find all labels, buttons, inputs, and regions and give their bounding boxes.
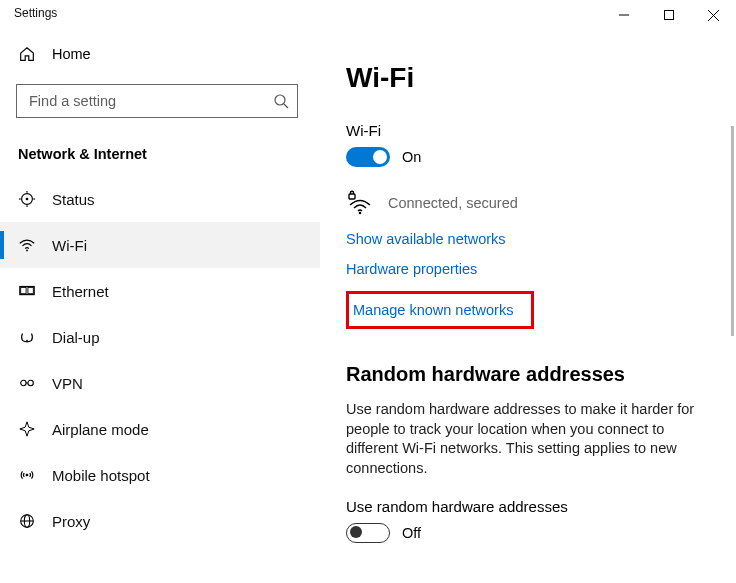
hotspot-icon xyxy=(18,466,46,484)
search-box[interactable] xyxy=(16,84,298,118)
svg-point-17 xyxy=(21,380,26,385)
svg-point-18 xyxy=(28,380,33,385)
show-available-link[interactable]: Show available networks xyxy=(346,231,506,247)
sidebar-item-ethernet[interactable]: Ethernet xyxy=(0,268,320,314)
sidebar-item-status[interactable]: Status xyxy=(0,176,320,222)
hardware-properties-link[interactable]: Hardware properties xyxy=(346,261,477,277)
random-toggle-label: Use random hardware addresses xyxy=(346,498,720,515)
random-addresses-description: Use random hardware addresses to make it… xyxy=(346,400,706,478)
svg-point-7 xyxy=(26,198,29,201)
proxy-icon xyxy=(18,512,46,530)
minimize-button[interactable] xyxy=(601,0,646,30)
svg-point-16 xyxy=(26,340,28,342)
wifi-label: Wi-Fi xyxy=(346,122,720,139)
home-icon xyxy=(18,45,46,63)
svg-point-24 xyxy=(359,212,362,215)
vpn-icon xyxy=(18,374,46,392)
sidebar-item-proxy[interactable]: Proxy xyxy=(0,498,320,544)
svg-rect-1 xyxy=(664,11,673,20)
sidebar-item-hotspot[interactable]: Mobile hotspot xyxy=(0,452,320,498)
wifi-secured-icon xyxy=(346,189,374,217)
window-title: Settings xyxy=(14,6,57,20)
manage-known-networks-link[interactable]: Manage known networks xyxy=(353,302,513,318)
svg-line-5 xyxy=(284,104,288,108)
search-input[interactable] xyxy=(27,92,273,110)
maximize-button[interactable] xyxy=(646,0,691,30)
home-label: Home xyxy=(52,46,91,62)
titlebar: Settings xyxy=(0,0,736,32)
ethernet-icon xyxy=(18,282,46,300)
scrollbar[interactable] xyxy=(731,126,734,336)
svg-rect-14 xyxy=(21,287,26,293)
sidebar-item-wifi[interactable]: Wi-Fi xyxy=(0,222,320,268)
svg-rect-25 xyxy=(349,194,355,199)
svg-point-12 xyxy=(26,250,28,252)
search-icon xyxy=(273,93,289,109)
sidebar-item-label: Proxy xyxy=(52,513,90,530)
wifi-icon xyxy=(18,236,46,254)
home-nav[interactable]: Home xyxy=(0,32,320,76)
category-header: Network & Internet xyxy=(0,128,320,176)
sidebar-item-label: Ethernet xyxy=(52,283,109,300)
sidebar-item-label: Dial-up xyxy=(52,329,100,346)
sidebar-item-label: VPN xyxy=(52,375,83,392)
airplane-icon xyxy=(18,420,46,438)
page-title: Wi-Fi xyxy=(346,62,720,94)
random-addresses-toggle[interactable] xyxy=(346,523,390,543)
wifi-toggle[interactable] xyxy=(346,147,390,167)
sidebar: Home Network & Internet Status Wi-Fi xyxy=(0,32,320,583)
sidebar-item-dialup[interactable]: Dial-up xyxy=(0,314,320,360)
svg-rect-15 xyxy=(28,287,33,293)
sidebar-item-label: Airplane mode xyxy=(52,421,149,438)
close-button[interactable] xyxy=(691,0,736,30)
connection-status: Connected, secured xyxy=(388,195,518,211)
sidebar-item-label: Mobile hotspot xyxy=(52,467,150,484)
sidebar-item-vpn[interactable]: VPN xyxy=(0,360,320,406)
sidebar-item-airplane[interactable]: Airplane mode xyxy=(0,406,320,452)
random-toggle-state: Off xyxy=(402,525,421,541)
random-addresses-title: Random hardware addresses xyxy=(346,363,720,386)
sidebar-item-label: Wi-Fi xyxy=(52,237,87,254)
svg-point-4 xyxy=(275,95,285,105)
dialup-icon xyxy=(18,328,46,346)
sidebar-item-label: Status xyxy=(52,191,95,208)
status-icon xyxy=(18,190,46,208)
wifi-toggle-state: On xyxy=(402,149,421,165)
main-panel: Wi-Fi Wi-Fi On Connected, secured Show a… xyxy=(320,32,736,583)
svg-point-20 xyxy=(26,474,29,477)
window-controls xyxy=(601,6,736,30)
highlight-annotation: Manage known networks xyxy=(346,291,534,329)
